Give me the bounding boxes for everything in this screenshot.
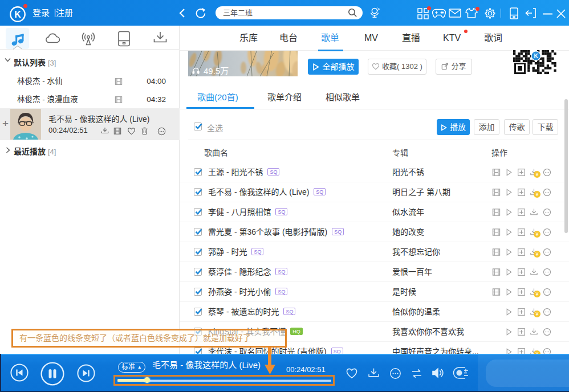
svg-text:K: K: [14, 10, 21, 19]
svg-text:K: K: [534, 53, 538, 59]
